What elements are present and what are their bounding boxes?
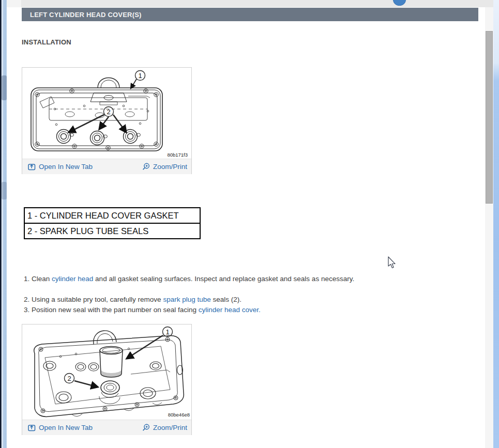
figure-card-1: 1 2 80b171f3 Open In New Tab bbox=[22, 67, 192, 174]
mouse-cursor bbox=[387, 256, 398, 270]
top-window-strip bbox=[7, 0, 493, 7]
magnifier-plus-icon bbox=[142, 424, 150, 432]
callout-2-number: 2 bbox=[67, 375, 71, 382]
open-in-new-tab-icon bbox=[28, 424, 36, 431]
magnifier-plus-icon bbox=[142, 163, 150, 171]
open-in-new-tab-label: Open In New Tab bbox=[39, 424, 93, 431]
step-2-text: 2. Using a suitable pry tool, carefully … bbox=[24, 296, 163, 303]
figure1-footer: Open In New Tab Zoom/Print bbox=[22, 159, 191, 174]
left-edge-shadow-1 bbox=[2, 75, 7, 100]
open-in-new-tab-label: Open In New Tab bbox=[39, 163, 93, 171]
left-edge-shadow-2 bbox=[2, 182, 7, 199]
partial-blue-button[interactable] bbox=[393, 0, 406, 6]
seal-installation-perspective-drawing: 1 2 bbox=[22, 325, 192, 420]
cylinder-head-cover-link[interactable]: cylinder head cover. bbox=[199, 306, 261, 314]
callout-1-number: 1 bbox=[138, 72, 142, 80]
figure1-code: 80b171f3 bbox=[167, 152, 188, 158]
figure1-image: 1 2 80b171f3 bbox=[22, 68, 191, 159]
figure2-image: 1 2 80be46e8 bbox=[22, 325, 191, 420]
step-1-text-cont: and all gasket sealing surfaces. Inspect… bbox=[93, 275, 354, 283]
step-1: 1. Clean cylinder head and all gasket se… bbox=[24, 274, 354, 284]
legend-row-2: 2 - SPARK PLUG TUBE SEALS bbox=[25, 223, 200, 238]
page-title: LEFT CYLINDER HEAD COVER(S) bbox=[30, 11, 142, 19]
zoom-print-link[interactable]: Zoom/Print bbox=[142, 424, 187, 432]
callout-2-number: 2 bbox=[107, 108, 110, 116]
cylinder-head-link[interactable]: cylinder head bbox=[52, 275, 93, 283]
right-window-edge bbox=[493, 0, 499, 448]
step-2-text-cont: seals (2). bbox=[211, 296, 241, 303]
section-heading: INSTALLATION bbox=[22, 38, 71, 46]
step-2: 2. Using a suitable pry tool, carefully … bbox=[24, 295, 241, 305]
open-in-new-tab-icon bbox=[28, 163, 36, 171]
left-window-edge bbox=[0, 0, 7, 448]
open-in-new-tab-link[interactable]: Open In New Tab bbox=[28, 424, 93, 431]
vertical-scrollbar-thumb[interactable] bbox=[486, 31, 493, 204]
zoom-print-link[interactable]: Zoom/Print bbox=[142, 163, 187, 171]
legend-table: 1 - CYLINDER HEAD COVER GASKET 2 - SPARK… bbox=[24, 207, 201, 239]
step-1-text: 1. Clean bbox=[24, 275, 52, 283]
legend-row-1: 1 - CYLINDER HEAD COVER GASKET bbox=[25, 208, 200, 223]
top-tab bbox=[7, 0, 21, 7]
open-in-new-tab-link[interactable]: Open In New Tab bbox=[28, 163, 93, 171]
step-3: 3. Position new seal with the part numbe… bbox=[24, 305, 261, 315]
figure-card-2: 1 2 80be46e8 Open In New Tab bbox=[22, 324, 192, 435]
page-title-bar: LEFT CYLINDER HEAD COVER(S) bbox=[22, 8, 478, 21]
callout-1-number: 1 bbox=[165, 328, 169, 336]
figure2-code: 80be46e8 bbox=[168, 412, 190, 418]
figure2-footer: Open In New Tab Zoom/Print bbox=[22, 420, 191, 435]
zoom-print-label: Zoom/Print bbox=[153, 424, 187, 431]
zoom-print-label: Zoom/Print bbox=[153, 163, 187, 171]
cylinder-head-cover-bottom-view-drawing: 1 2 bbox=[22, 68, 192, 159]
spark-plug-tube-link[interactable]: spark plug tube bbox=[163, 296, 210, 303]
service-manual-page: LEFT CYLINDER HEAD COVER(S) INSTALLATION bbox=[0, 0, 499, 448]
step-3-text: 3. Position new seal with the part numbe… bbox=[24, 306, 199, 314]
